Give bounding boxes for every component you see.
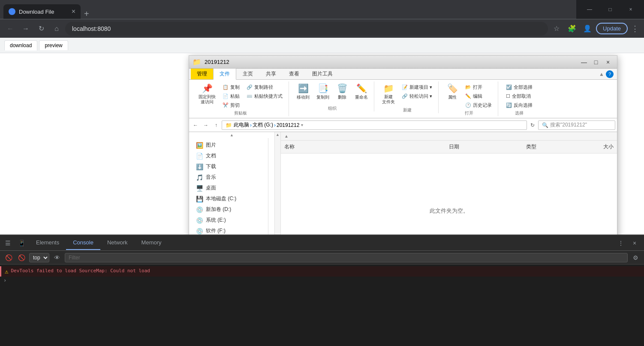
sort-up-arrow[interactable]: ▲ [284,134,289,138]
ribbon-tab-file[interactable]: 文件 [213,68,236,80]
ribbon-selectall-button[interactable]: ☑️ 全部选择 [503,83,535,91]
col-date[interactable]: 日期 [445,141,523,152]
device-icon[interactable]: 📱 [15,237,27,249]
devtools-dots-icon[interactable]: ⋮ [615,237,627,249]
tab-favicon [9,8,15,15]
profile-icon[interactable]: 👤 [581,22,594,36]
ribbon-group-new: 📁 新建文件夹 📝 新建项目 ▾ 🔗 轻松访问 ▾ [376,81,439,113]
ribbon-moveto-button[interactable]: ➡️ 移动到 [294,81,312,105]
update-button[interactable]: Update [596,23,628,34]
nav-scroll-up[interactable]: ▲ [189,132,274,138]
new-label: 新建 [379,106,435,113]
ribbon-easyaccess-button[interactable]: 🔗 轻松访问 ▾ [399,92,435,100]
console-clear-icon[interactable]: 🚫 [16,253,27,263]
clipboard-label: 剪贴板 [196,109,285,116]
devtools-tab-network[interactable]: Network [100,236,135,250]
explorer-back[interactable]: ← [191,120,200,130]
nav-item-desktop[interactable]: 🖥️ 桌面 [189,183,268,193]
inspect-icon[interactable]: ☰ [2,237,14,249]
ribbon-edit-button[interactable]: ✏️ 编辑 [463,92,494,100]
explorer-refresh[interactable]: ↻ [528,120,537,130]
devtools-close-icon[interactable]: × [629,237,641,249]
bookmark-preview[interactable]: preview [39,40,68,50]
bookmark-download[interactable]: download [4,40,37,51]
explorer-up[interactable]: ↑ [211,120,221,130]
col-name[interactable]: 名称 [281,141,445,152]
ribbon-selectnone-button[interactable]: ☐ 全部取消 [503,92,535,100]
explorer-forward[interactable]: → [201,120,211,130]
extensions-icon[interactable]: 🧩 [565,22,579,36]
easyaccess-icon: 🔗 [402,93,408,99]
explorer-minimize[interactable]: — [578,58,590,66]
drive-c-icon: 💾 [196,196,203,202]
console-gear-icon[interactable]: ⚙ [630,253,641,263]
nav-item-pictures[interactable]: 🖼️ 图片 [189,140,268,150]
ribbon-copy-button[interactable]: 📋 复制 [220,83,242,91]
copyto-icon: 📑 [318,83,328,93]
address-input[interactable] [65,22,548,36]
devtools-header: ☰ 📱 Elements Console Network Memory ⋮ × [0,235,644,251]
nav-item-documents[interactable]: 📄 文档 [189,150,268,161]
tab-close-icon[interactable]: × [72,8,75,15]
menu-button[interactable]: ⋮ [629,22,641,35]
console-expand-arrow[interactable]: › [0,277,644,284]
devtools-tab-console[interactable]: Console [66,236,100,250]
eye-icon[interactable]: 👁 [52,253,62,263]
ribbon-help-icon[interactable]: ? [606,70,614,78]
main-content: 📁 20191212 — □ × 管理 文件 主页 共享 查看 图片工具 ▲ ? [0,53,644,346]
explorer-maximize[interactable]: □ [590,58,602,66]
ribbon-paste-shortcut-button[interactable]: ⌨️ 粘贴快捷方式 [244,92,285,100]
ribbon-manage-tab[interactable]: 管理 [191,69,213,79]
ribbon-pin-button[interactable]: 📌 固定到快速访问 [196,81,218,109]
devtools-tab-memory[interactable]: Memory [135,236,169,250]
maximize-button[interactable]: □ [600,3,620,16]
ribbon-content: 📌 固定到快速访问 📋 复制 📄 粘贴 [189,80,617,118]
properties-icon: 🏷️ [447,83,458,93]
new-tab-button[interactable]: + [84,9,89,19]
ribbon-invertselect-button[interactable]: 🔄 反向选择 [503,101,535,109]
ribbon-delete-button[interactable]: 🗑️ 删除 [334,81,351,105]
close-button[interactable]: × [621,3,641,16]
bookmark-icon[interactable]: ☆ [550,22,563,36]
ribbon-newfolder-button[interactable]: 📁 新建文件夹 [379,81,397,106]
ribbon-newitem-button[interactable]: 📝 新建项目 ▾ [399,83,435,91]
nav-item-music[interactable]: 🎵 音乐 [189,172,268,183]
ribbon-tab-view[interactable]: 查看 [283,68,306,80]
explorer-search[interactable]: 🔍 搜索"20191212" [538,120,615,130]
forward-button[interactable]: → [19,22,33,36]
paste-icon: 📄 [223,93,229,99]
col-type[interactable]: 类型 [523,141,583,152]
ribbon-cut-button[interactable]: ✂️ 剪切 [220,101,242,109]
warning-icon: ⚠ [5,268,8,275]
context-selector[interactable]: top [29,253,49,262]
filter-input[interactable] [65,253,628,262]
reload-button[interactable]: ↻ [34,22,48,36]
explorer-titlebar: 📁 20191212 — □ × [189,56,617,69]
ribbon-properties-button[interactable]: 🏷️ 属性 [444,81,461,109]
active-tab[interactable]: Download File × [3,4,81,19]
nav-item-drive-d[interactable]: 💿 新加卷 (D:) [189,204,268,215]
nav-item-downloads[interactable]: ⬇️ 下载 [189,161,268,172]
console-stop-icon[interactable]: 🚫 [3,253,14,263]
ribbon-open-button[interactable]: 📂 打开 [463,83,494,91]
back-button[interactable]: ← [3,22,17,36]
devtools-tab-elements[interactable]: Elements [29,236,66,250]
nav-item-drive-e[interactable]: 💿 系统 (E:) [189,215,268,226]
home-button[interactable]: ⌂ [50,22,63,36]
ribbon-copy-path-button[interactable]: 🔗 复制路径 [244,83,285,91]
col-size[interactable]: 大小 [583,141,617,152]
explorer-close[interactable]: × [602,58,614,66]
explorer-path[interactable]: 📁 此电脑 › 文档 (G:) › 20191212 ▾ [222,120,527,130]
drive-d-icon: 💿 [196,206,203,213]
ribbon-paste-button[interactable]: 📄 粘贴 [220,92,242,100]
ribbon-history-button[interactable]: 🕐 历史记录 [463,101,494,109]
ribbon-rename-button[interactable]: ✏️ 重命名 [352,81,370,105]
ribbon-copyto-button[interactable]: 📑 复制到 [314,81,332,105]
nav-scroll-up-arrow[interactable]: ▲ [276,132,280,137]
nav-item-local-c[interactable]: 💾 本地磁盘 (C:) [189,193,268,204]
ribbon-collapse-icon[interactable]: ▲ [599,71,604,77]
minimize-button[interactable]: — [580,3,599,16]
ribbon-tab-share[interactable]: 共享 [259,68,283,80]
ribbon-tab-home[interactable]: 主页 [236,68,259,80]
ribbon-tab-tools[interactable]: 图片工具 [306,68,339,80]
